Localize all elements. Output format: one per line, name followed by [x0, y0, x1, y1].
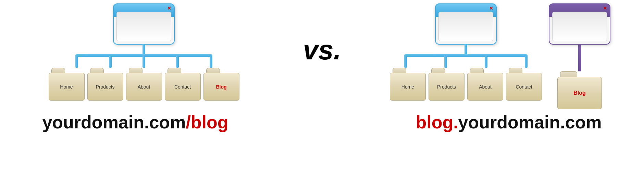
left-browser-window: ✕	[113, 3, 175, 45]
left-v-stem	[143, 44, 145, 56]
left-folder-blog-label: Blog	[214, 84, 228, 90]
left-folder-home: Home	[49, 68, 85, 101]
left-drop-2	[109, 56, 112, 68]
left-folder-contact-body: Contact	[165, 73, 201, 101]
right-v-stem	[465, 44, 467, 56]
right-blog-browser-window: ✕	[549, 3, 610, 45]
left-folder-about-label: About	[136, 84, 152, 90]
right-browser-body	[438, 12, 493, 41]
left-folder-about-body: About	[126, 73, 162, 101]
left-folders-row: Home Products About Contact	[49, 68, 239, 101]
left-folder-contact: Contact	[165, 68, 201, 101]
left-domain-black: yourdomain.com	[42, 112, 186, 132]
left-drop-5	[210, 56, 212, 68]
right-drop-lines	[404, 56, 528, 68]
right-main-diagram: ✕ Home	[390, 3, 542, 101]
right-folder-home-label: Home	[400, 84, 416, 90]
left-diagram: ✕ Home	[0, 3, 288, 101]
right-domain-black-part: yourdomain.com	[458, 112, 602, 132]
right-drop-2	[444, 56, 447, 68]
right-folder-about-label: About	[478, 84, 493, 90]
left-drop-4	[176, 56, 179, 68]
left-domain-text: yourdomain.com/blog	[42, 112, 228, 132]
left-folder-blog-body: Blog	[203, 73, 239, 101]
left-folder-blog: Blog	[203, 68, 239, 101]
right-domain-red: blog.yourdomain.com	[416, 112, 602, 132]
left-domain-slash-blog: /blog	[186, 112, 228, 132]
right-domain-red-part: blog.	[416, 112, 458, 132]
main-container: ✕ Home	[0, 0, 644, 109]
right-folder-about: About	[467, 68, 503, 101]
right-blog-folder: Blog	[557, 71, 602, 109]
left-folder-home-body: Home	[49, 73, 85, 101]
left-drop-lines	[75, 56, 212, 68]
vs-section: vs.	[288, 3, 356, 66]
right-folder-products-body: Products	[429, 73, 465, 101]
right-folder-home-body: Home	[390, 73, 426, 101]
right-browser-close: ✕	[489, 5, 493, 11]
purple-connector	[578, 44, 581, 71]
right-main-folders-row: Home Products About	[390, 68, 542, 101]
left-tree-connector	[58, 44, 230, 68]
right-drop-3	[485, 56, 487, 68]
left-folder-products-body: Products	[87, 73, 123, 101]
right-diagrams: ✕ Home	[356, 3, 644, 109]
right-folder-contact-body: Contact	[506, 73, 542, 101]
left-drop-1	[75, 56, 78, 68]
left-browser-body	[116, 12, 171, 41]
left-folder-products: Products	[87, 68, 123, 101]
right-drop-4	[525, 56, 528, 68]
right-folder-home: Home	[390, 68, 426, 101]
right-tree-connector	[394, 44, 538, 68]
right-blog-browser-close: ✕	[603, 5, 607, 11]
left-drop-3	[143, 56, 145, 68]
right-blog-diagram: ✕ Blog	[549, 3, 610, 109]
left-folder-products-label: Products	[94, 84, 116, 90]
right-drop-1	[404, 56, 407, 68]
left-browser-close: ✕	[167, 5, 171, 11]
right-domain-text: blog.yourdomain.com	[416, 112, 602, 132]
right-blog-browser-body	[552, 12, 607, 41]
right-blog-folder-body: Blog	[557, 77, 602, 109]
bottom-spacer	[271, 112, 339, 132]
left-folder-home-label: Home	[59, 84, 74, 90]
vs-text: vs.	[303, 34, 341, 66]
right-browser-window: ✕	[435, 3, 497, 45]
right-folder-about-body: About	[467, 73, 503, 101]
right-folder-products: Products	[429, 68, 465, 101]
right-folder-products-label: Products	[436, 84, 457, 90]
bottom-section: yourdomain.com/blog blog.yourdomain.com	[0, 109, 644, 132]
right-blog-folder-label: Blog	[572, 90, 587, 96]
left-folder-contact-label: Contact	[173, 84, 192, 90]
bottom-left: yourdomain.com/blog	[0, 112, 271, 132]
right-folder-contact: Contact	[506, 68, 542, 101]
bottom-right: blog.yourdomain.com	[339, 112, 644, 132]
left-folder-about: About	[126, 68, 162, 101]
right-folder-contact-label: Contact	[514, 84, 533, 90]
